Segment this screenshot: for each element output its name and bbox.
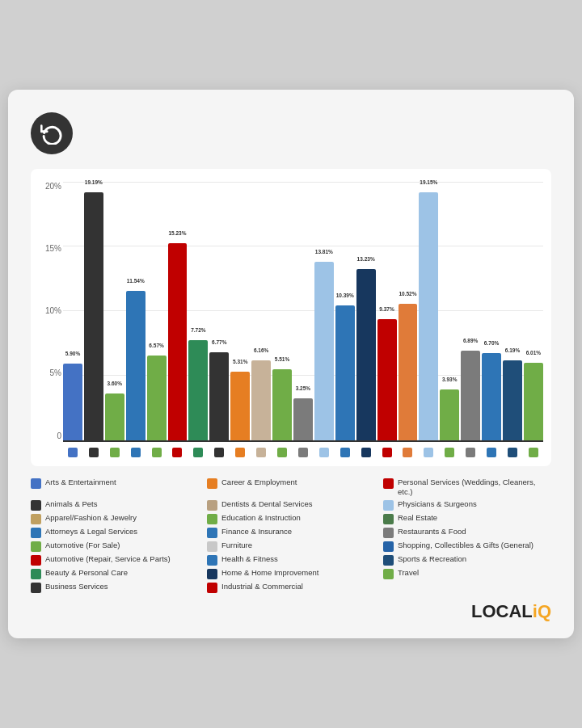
bar-label-1: 19.19% xyxy=(85,179,103,185)
bar-group-4: 6.57% xyxy=(147,356,167,440)
bar-label-5: 15.23% xyxy=(168,230,186,236)
bar-icon-10 xyxy=(272,445,292,460)
bar-13: 10.39% xyxy=(335,305,355,440)
bar-group-0: 5.90% xyxy=(63,364,82,440)
bar-icon-8 xyxy=(230,445,250,460)
legend-item-3: Animals & Pets xyxy=(31,499,199,511)
bar-group-3: 11.54% xyxy=(126,291,146,440)
bar-label-8: 5.31% xyxy=(233,359,247,364)
legend-color-21 xyxy=(31,583,41,593)
bar-label-17: 19.15% xyxy=(420,179,437,185)
legend-label-13: Furniture xyxy=(221,541,252,550)
bar-label-16: 10.52% xyxy=(399,291,416,297)
legend-label-9: Attorneys & Legal Services xyxy=(45,527,137,537)
bar-icon-22 xyxy=(524,445,543,460)
bar-16: 10.52% xyxy=(399,304,418,440)
legend-item-16: Health & Fitness xyxy=(207,554,375,566)
legend-color-4 xyxy=(207,500,217,511)
legend-label-7: Education & Instruction xyxy=(221,513,301,523)
bar-label-14: 13.23% xyxy=(357,256,375,262)
legend-color-13 xyxy=(207,541,217,552)
legend: Arts & EntertainmentCareer & EmploymentP… xyxy=(31,478,551,594)
bar-icon-1 xyxy=(84,445,103,460)
bar-group-19: 6.89% xyxy=(461,351,480,440)
legend-item-7: Education & Instruction xyxy=(207,513,375,524)
legend-label-0: Arts & Entertainment xyxy=(45,478,116,487)
legend-item-5: Physicians & Surgeons xyxy=(383,499,551,511)
legend-item-18: Beauty & Personal Care xyxy=(31,568,199,579)
bar-20: 6.70% xyxy=(482,353,501,440)
y-label-20: 20% xyxy=(45,182,61,191)
bar-icon-21 xyxy=(503,445,522,460)
main-card: 0 5% 10% 15% 20% 5.90%19.19%3.60%11.54%6… xyxy=(8,90,574,639)
bar-group-20: 6.70% xyxy=(482,353,501,440)
legend-label-18: Beauty & Personal Care xyxy=(45,568,128,578)
legend-color-3 xyxy=(31,500,41,511)
bar-2: 3.60% xyxy=(105,393,124,440)
bar-1: 19.19% xyxy=(84,192,103,440)
bar-group-1: 19.19% xyxy=(84,192,103,440)
brand-iq: iQ xyxy=(533,601,551,621)
bar-0: 5.90% xyxy=(63,364,82,440)
bar-icon-19 xyxy=(461,445,480,460)
bar-group-10: 5.51% xyxy=(272,369,292,440)
bar-icon-20 xyxy=(482,445,501,460)
legend-color-9 xyxy=(31,528,41,538)
bar-label-10: 5.51% xyxy=(275,356,289,362)
legend-color-11 xyxy=(383,528,394,538)
bar-label-22: 6.01% xyxy=(526,350,541,356)
bar-label-6: 7.72% xyxy=(191,327,205,333)
bar-icon-12 xyxy=(314,445,334,460)
bar-group-8: 5.31% xyxy=(230,372,250,440)
legend-label-14: Shopping, Collectibles & Gifts (General) xyxy=(398,541,534,550)
bar-22: 6.01% xyxy=(524,363,543,440)
legend-color-18 xyxy=(31,569,41,579)
refresh-icon xyxy=(31,112,73,154)
bar-icon-11 xyxy=(293,445,313,460)
legend-item-9: Attorneys & Legal Services xyxy=(31,527,199,538)
bar-label-4: 6.57% xyxy=(149,343,163,348)
legend-item-13: Furniture xyxy=(207,541,375,552)
bar-icon-15 xyxy=(377,445,397,460)
bar-group-16: 10.52% xyxy=(399,304,418,440)
bar-label-18: 3.93% xyxy=(442,377,457,382)
bar-label-3: 11.54% xyxy=(127,278,145,284)
bar-icon-2 xyxy=(105,445,124,460)
legend-label-5: Physicians & Surgeons xyxy=(398,499,477,509)
legend-label-8: Real Estate xyxy=(398,513,437,523)
legend-color-6 xyxy=(31,514,41,524)
bar-7: 6.77% xyxy=(209,352,229,440)
legend-color-0 xyxy=(31,478,41,489)
bar-label-21: 6.19% xyxy=(505,347,520,353)
legend-item-15: Automotive (Repair, Service & Parts) xyxy=(31,554,199,566)
bar-label-2: 3.60% xyxy=(108,381,122,386)
icons-row xyxy=(63,445,543,460)
legend-item-6: Apparel/Fashion & Jewelry xyxy=(31,513,199,524)
header xyxy=(31,112,551,154)
bar-icon-4 xyxy=(147,445,167,460)
legend-item-14: Shopping, Collectibles & Gifts (General) xyxy=(383,541,551,552)
bar-icon-6 xyxy=(188,445,208,460)
bar-8: 5.31% xyxy=(230,372,250,440)
legend-label-3: Animals & Pets xyxy=(45,499,97,509)
bar-group-2: 3.60% xyxy=(105,393,124,440)
legend-color-17 xyxy=(383,555,394,566)
chart-area: 0 5% 10% 15% 20% 5.90%19.19%3.60%11.54%6… xyxy=(31,169,551,466)
bar-icon-18 xyxy=(440,445,459,460)
bar-9: 6.16% xyxy=(251,360,271,440)
bar-group-15: 9.37% xyxy=(377,319,397,440)
bar-icon-0 xyxy=(63,445,82,460)
legend-color-22 xyxy=(207,583,217,593)
bar-18: 3.93% xyxy=(440,389,459,440)
bar-17: 19.15% xyxy=(419,192,438,440)
legend-item-22: Industrial & Commercial xyxy=(207,582,375,593)
brand: LOCALiQ xyxy=(31,601,551,622)
legend-color-5 xyxy=(383,500,394,511)
bar-label-7: 6.77% xyxy=(212,339,226,345)
legend-item-2: Personal Services (Weddings, Cleaners, e… xyxy=(383,478,551,498)
legend-item-4: Dentists & Dental Services xyxy=(207,499,375,511)
y-label-0: 0 xyxy=(57,431,61,440)
bar-group-11: 3.25% xyxy=(293,398,313,440)
bar-label-11: 3.25% xyxy=(296,385,310,391)
legend-label-22: Industrial & Commercial xyxy=(221,582,303,591)
